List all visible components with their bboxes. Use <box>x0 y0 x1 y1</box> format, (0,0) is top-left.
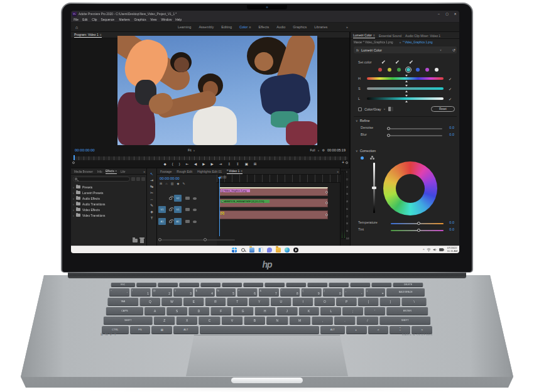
colorgray-checkbox[interactable] <box>358 107 362 111</box>
workspace-tab[interactable]: Graphics <box>293 25 307 29</box>
effects-tree-item[interactable]: › Video Effects <box>73 207 145 212</box>
delete-icon[interactable] <box>140 239 144 243</box>
workspace-overflow-icon[interactable]: » <box>346 25 348 29</box>
timeline-scrollbar[interactable] <box>160 239 235 241</box>
hue-slider[interactable] <box>367 77 444 80</box>
tool-button[interactable]: T <box>151 216 153 220</box>
taskbar-icon[interactable] <box>249 248 254 253</box>
tray-expand-icon[interactable]: ^ <box>423 248 424 252</box>
add-button[interactable]: + <box>342 160 344 165</box>
luma-slider[interactable] <box>367 97 444 100</box>
correction-mode-dot-icon[interactable] <box>361 156 364 160</box>
playback-resolution-dropdown[interactable]: Full <box>310 148 315 152</box>
home-icon[interactable]: ⌂ <box>75 25 78 30</box>
effects-search-input[interactable] <box>73 177 130 182</box>
transport-button[interactable]: ⇥ <box>219 162 222 166</box>
temperature-value[interactable]: 0.0 <box>449 220 454 224</box>
source-patch[interactable]: V1 <box>158 206 166 213</box>
scrollbar-handle[interactable] <box>204 238 207 241</box>
settings-wrench-icon[interactable]: ⚙ <box>322 148 324 152</box>
menu-item[interactable]: File <box>74 18 79 21</box>
accelerated-effects-filter-icon[interactable] <box>131 177 135 181</box>
luminance-slider[interactable] <box>373 163 375 213</box>
color-swatch[interactable] <box>397 68 401 72</box>
workspace-tab[interactable]: Audio <box>276 25 285 29</box>
workspace-tab[interactable]: Color <box>239 25 251 29</box>
slider-knob[interactable] <box>372 187 376 189</box>
workspace-tab[interactable]: Editing <box>221 25 232 29</box>
timeline-toolbar-icon[interactable]: ∩ <box>165 182 168 185</box>
eyedropper-icon[interactable] <box>381 60 386 65</box>
eyedropper-plus-icon[interactable] <box>395 60 400 65</box>
panel-tab[interactable]: Media Browser <box>74 170 93 174</box>
taskbar-icon[interactable] <box>241 248 246 253</box>
taskbar-icon[interactable] <box>258 248 263 253</box>
volume-icon[interactable] <box>433 248 437 252</box>
timeline-toolbar-icon[interactable]: ◆ <box>177 182 180 185</box>
tool-button[interactable]: ⇥ <box>150 178 153 182</box>
timeline-toolbar-icon[interactable]: ▥ <box>171 182 174 185</box>
panel-tab[interactable]: Info <box>97 170 102 174</box>
menu-item[interactable]: Markers <box>119 18 129 21</box>
denoise-value[interactable]: 0.0 <box>449 126 454 129</box>
source-patch[interactable]: A1 <box>158 218 166 225</box>
maximize-button[interactable]: ▢ <box>443 11 451 17</box>
minimize-button[interactable]: – <box>435 11 443 17</box>
sequence-tab[interactable]: * Video 1 <box>227 169 242 174</box>
hue-wheel[interactable] <box>383 161 437 215</box>
eye-icon[interactable] <box>193 209 197 211</box>
transport-button[interactable]: ▶ <box>211 162 214 166</box>
sequence-tab[interactable]: Rough Edit <box>177 170 192 174</box>
denoise-slider[interactable] <box>387 128 442 129</box>
zoom-level-dropdown[interactable]: Fit∨ <box>188 148 195 152</box>
effects-tree-item[interactable]: › Video Transitions <box>73 212 145 218</box>
yuv-effects-filter-icon[interactable] <box>141 177 145 181</box>
correction-section-header[interactable]: ∨ Correction <box>356 149 376 153</box>
tint-slider[interactable] <box>391 230 444 231</box>
tool-button[interactable]: ↹ <box>150 185 153 188</box>
tool-button[interactable]: ✂ <box>150 191 153 195</box>
clip-audio[interactable]: fx <box>219 210 328 219</box>
menu-item[interactable]: Help <box>176 18 182 21</box>
transport-button[interactable]: ⊞ <box>254 162 257 166</box>
preview-mode-icon[interactable] <box>388 107 393 111</box>
timeline-toolbar-icon[interactable]: ✎ <box>182 182 185 185</box>
camera-icon[interactable] <box>185 208 190 211</box>
blur-slider[interactable] <box>387 135 442 136</box>
track-target[interactable]: V1 <box>174 206 182 213</box>
luma-enabled-check[interactable]: ✓ <box>449 97 452 101</box>
eye-icon[interactable] <box>193 197 197 200</box>
color-wheels-icon[interactable] <box>370 156 374 160</box>
tint-value[interactable]: 0.0 <box>449 227 454 231</box>
transport-button[interactable]: { <box>172 162 173 166</box>
lock-icon[interactable] <box>169 197 172 200</box>
track-target[interactable]: A1 <box>174 218 182 225</box>
transport-button[interactable]: ◆ <box>164 162 166 166</box>
workspace-tab[interactable]: Learning <box>178 25 191 29</box>
transport-button[interactable]: ↥ <box>227 162 231 166</box>
taskbar-icon[interactable] <box>285 248 290 253</box>
panel-tab[interactable]: Libr <box>121 170 126 174</box>
effects-tree-item[interactable]: › Audio Transitions <box>73 201 145 207</box>
color-swatch[interactable] <box>416 68 420 72</box>
menu-item[interactable]: Clip <box>92 18 97 21</box>
reset-effect-icon[interactable]: ↺ <box>452 48 455 52</box>
panel-tab[interactable]: Effects <box>106 170 117 174</box>
master-clip-dropdown[interactable]: Master * Video_Graphics 1.png <box>354 40 393 43</box>
tool-button[interactable]: ◈ <box>150 210 153 214</box>
32bit-effects-filter-icon[interactable] <box>136 177 140 181</box>
fx-toggle-icon[interactable] <box>325 191 328 193</box>
color-swatch[interactable] <box>378 68 382 72</box>
battery-icon[interactable] <box>439 248 444 252</box>
new-bin-icon[interactable] <box>133 239 138 242</box>
transport-button[interactable]: ▶ <box>202 162 205 166</box>
camera-icon[interactable] <box>185 197 190 200</box>
track-target[interactable]: V2 <box>174 195 182 202</box>
sequence-tab[interactable]: Footage <box>160 170 172 174</box>
timeline-toolbar-icon[interactable]: ⊞ <box>160 182 162 185</box>
program-panel-tab[interactable]: Program: Video 1 <box>74 33 102 38</box>
panel-tab[interactable]: Audio Clip Mixer: Video 1 <box>405 34 440 38</box>
menu-item[interactable]: View <box>150 18 156 21</box>
eye-icon[interactable] <box>193 220 197 223</box>
color-swatch[interactable] <box>406 68 410 72</box>
